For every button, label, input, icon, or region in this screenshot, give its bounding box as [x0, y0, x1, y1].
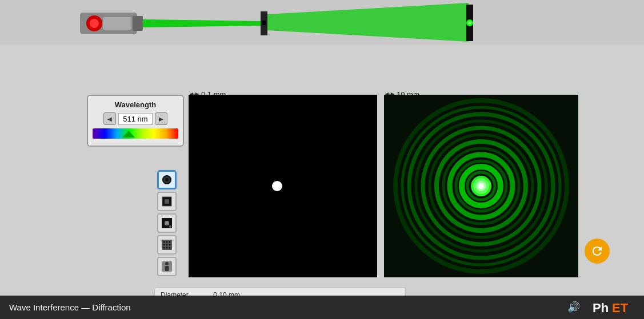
- svg-point-38: [478, 183, 484, 189]
- svg-point-12: [468, 21, 471, 25]
- app-title: Wave Interference — Diffraction: [9, 302, 131, 312]
- spectrum-handle[interactable]: [122, 131, 135, 146]
- svg-point-46: [169, 225, 171, 228]
- svg-text:Ph: Ph: [593, 301, 609, 315]
- svg-rect-5: [103, 17, 131, 30]
- wavelength-control: Wavelength ◀ 511 nm ▶: [87, 95, 184, 147]
- svg-point-48: [163, 241, 165, 243]
- svg-text:ET: ET: [612, 301, 629, 315]
- svg-marker-13: [122, 131, 135, 138]
- sound-icon[interactable]: 🔊: [567, 301, 580, 313]
- wavelength-spinner: ◀ 511 nm ▶: [93, 112, 178, 125]
- svg-rect-8: [262, 21, 266, 25]
- wavelength-value: 511 nm: [118, 113, 153, 125]
- person-aperture-button[interactable]: [157, 257, 177, 276]
- spectrum-bar[interactable]: [93, 128, 178, 139]
- wavelength-label: Wavelength: [93, 100, 178, 109]
- svg-point-41: [165, 178, 169, 181]
- svg-point-45: [165, 221, 169, 225]
- small-circle-aperture-button[interactable]: [157, 213, 177, 233]
- laser-svg: [0, 0, 644, 45]
- square-aperture-button[interactable]: [157, 192, 177, 211]
- near-field-dot: [272, 181, 282, 191]
- svg-point-58: [165, 262, 169, 265]
- svg-point-54: [163, 247, 165, 249]
- main-area: Wavelength ◀ 511 nm ▶ 0.1 mm 1: [0, 45, 644, 296]
- shape-buttons: [157, 170, 177, 276]
- svg-point-50: [169, 241, 171, 243]
- bottom-bar: Wave Interference — Diffraction 🔊 Ph ET: [0, 296, 644, 319]
- svg-point-55: [166, 247, 168, 249]
- circle-aperture-button[interactable]: [157, 170, 177, 189]
- svg-point-53: [169, 244, 171, 246]
- laser-area: [0, 0, 644, 45]
- svg-point-51: [163, 244, 165, 246]
- svg-rect-43: [165, 199, 169, 204]
- wavelength-increase-button[interactable]: ▶: [155, 112, 167, 125]
- far-field-display: [384, 95, 578, 277]
- diffraction-rings: [384, 95, 578, 277]
- dot-grid-aperture-button[interactable]: [157, 235, 177, 255]
- wavelength-decrease-button[interactable]: ◀: [103, 112, 116, 125]
- svg-point-49: [166, 241, 168, 243]
- svg-point-56: [169, 247, 171, 249]
- near-field-display: [189, 95, 377, 277]
- reload-button[interactable]: [585, 239, 610, 264]
- svg-point-4: [90, 19, 99, 28]
- svg-rect-2: [133, 16, 143, 31]
- svg-point-52: [166, 244, 168, 246]
- phet-logo: 🔊 Ph ET: [567, 297, 637, 317]
